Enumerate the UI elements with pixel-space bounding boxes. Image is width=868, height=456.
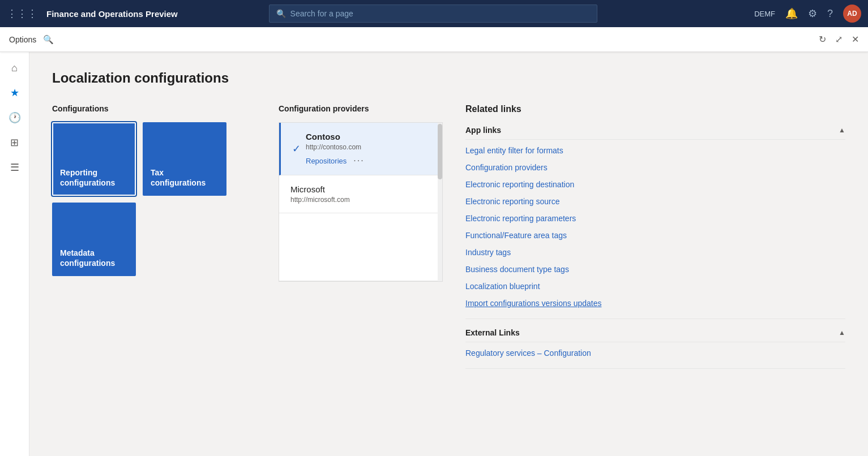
providers-title: Configuration providers — [279, 104, 443, 113]
sidebar-item-recent[interactable]: 🕐 — [3, 106, 26, 129]
link-functional-feature-tags[interactable]: Functional/Feature area tags — [465, 227, 845, 244]
link-localization-blueprint[interactable]: Localization blueprint — [465, 278, 845, 295]
link-import-configurations[interactable]: Import configurations versions updates — [465, 295, 845, 312]
providers-scrollbar-thumb — [438, 124, 442, 179]
external-links-bottom-divider — [465, 368, 845, 369]
check-icon: ✓ — [292, 143, 301, 155]
config-card-tax[interactable]: Tax configurations — [143, 122, 226, 196]
external-links-chevron-icon: ▲ — [839, 329, 845, 337]
link-regulatory-services[interactable]: Regulatory services – Configuration — [465, 345, 845, 362]
config-card-reporting[interactable]: Reporting configurations — [52, 122, 136, 196]
app-links-label: App links — [465, 126, 501, 135]
settings-icon[interactable]: ⚙ — [808, 7, 817, 20]
external-links-label: External Links — [465, 328, 520, 337]
provider-actions-contoso: Repositories ··· — [292, 156, 431, 166]
grid-icon[interactable]: ⋮⋮⋮ — [7, 7, 37, 20]
provider-item-contoso[interactable]: ✓ Contoso http://contoso.com Repositorie… — [279, 123, 442, 175]
config-card-label: Reporting configurations — [60, 167, 128, 188]
main-content: Localization configurations Configuratio… — [29, 52, 868, 456]
sidebar-item-workspaces[interactable]: ⊞ — [3, 131, 26, 154]
config-card-metadata[interactable]: Metadata configurations — [52, 203, 136, 276]
links-divider — [465, 319, 845, 319]
link-legal-entity-filter[interactable]: Legal entity filter for formats — [465, 142, 845, 159]
related-links-section: Related links App links ▲ Legal entity f… — [465, 104, 845, 373]
external-links-list: Regulatory services – Configuration — [465, 342, 845, 364]
app-links-chevron-icon: ▲ — [839, 126, 845, 134]
search-icon: 🔍 — [276, 9, 286, 18]
more-options-icon[interactable]: ··· — [353, 156, 364, 166]
sub-navigation: Options 🔍 ↻ ⤢ ✕ — [0, 27, 868, 52]
page-title: Localization configurations — [52, 70, 845, 86]
link-configuration-providers[interactable]: Configuration providers — [465, 159, 845, 176]
options-search-icon[interactable]: 🔍 — [43, 35, 54, 45]
search-bar: 🔍 — [269, 5, 597, 23]
app-title: Finance and Operations Preview — [46, 9, 178, 19]
link-business-document-type-tags[interactable]: Business document type tags — [465, 261, 845, 278]
sidebar-item-modules[interactable]: ☰ — [3, 156, 26, 179]
external-links-group-header[interactable]: External Links ▲ — [465, 324, 845, 342]
providers-empty-space — [279, 213, 442, 281]
configurations-section: Configurations Reporting configurations … — [52, 104, 256, 276]
config-card-label: Metadata configurations — [60, 248, 128, 268]
search-input[interactable] — [290, 9, 590, 18]
providers-scrollbar-track[interactable] — [438, 123, 442, 281]
sidebar-item-favorites[interactable]: ★ — [3, 81, 26, 104]
sidebar-item-home[interactable]: ⌂ — [3, 57, 26, 79]
expand-icon[interactable]: ⤢ — [835, 34, 843, 45]
link-er-source[interactable]: Electronic reporting source — [465, 193, 845, 210]
repositories-link[interactable]: Repositories — [306, 157, 347, 165]
user-label: DEMF — [754, 10, 775, 18]
provider-item-microsoft[interactable]: Microsoft http://microsoft.com — [279, 175, 442, 213]
provider-name-microsoft: Microsoft — [290, 184, 431, 194]
provider-content-contoso: Contoso http://contoso.com — [292, 132, 431, 151]
top-navigation: ⋮⋮⋮ Finance and Operations Preview 🔍 DEM… — [0, 0, 868, 27]
link-er-destination[interactable]: Electronic reporting destination — [465, 176, 845, 193]
config-card-label: Tax configurations — [151, 167, 219, 188]
notification-icon[interactable]: 🔔 — [785, 7, 798, 20]
help-icon[interactable]: ? — [827, 8, 833, 20]
provider-url-microsoft: http://microsoft.com — [290, 196, 431, 204]
sidebar: ⌂ ★ 🕐 ⊞ ☰ — [0, 52, 29, 456]
sub-nav-controls: ↻ ⤢ ✕ — [819, 34, 859, 45]
app-links-list: Legal entity filter for formats Configur… — [465, 140, 845, 314]
nav-right: DEMF 🔔 ⚙ ? AD — [754, 5, 861, 23]
close-icon[interactable]: ✕ — [852, 34, 859, 45]
providers-section: Configuration providers ✓ Contoso http:/… — [279, 104, 443, 282]
app-links-group-header[interactable]: App links ▲ — [465, 121, 845, 140]
config-cards: Reporting configurations Tax configurati… — [52, 122, 256, 276]
link-er-parameters[interactable]: Electronic reporting parameters — [465, 210, 845, 227]
options-label: Options — [9, 35, 36, 44]
providers-list: ✓ Contoso http://contoso.com Repositorie… — [279, 122, 443, 282]
provider-url-contoso: http://contoso.com — [306, 143, 431, 151]
provider-name-contoso: Contoso — [306, 132, 431, 141]
avatar[interactable]: AD — [843, 5, 861, 23]
related-links-title: Related links — [465, 104, 845, 114]
configurations-title: Configurations — [52, 104, 256, 113]
link-industry-tags[interactable]: Industry tags — [465, 244, 845, 261]
sections-row: Configurations Reporting configurations … — [52, 104, 845, 373]
refresh-icon[interactable]: ↻ — [819, 34, 826, 45]
